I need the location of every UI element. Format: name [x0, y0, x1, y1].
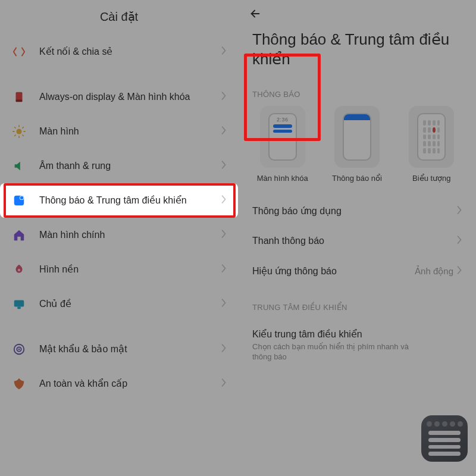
chevron-right-icon	[221, 230, 226, 240]
row-label: Always-on display & Màn hình khóa	[39, 91, 218, 103]
svg-point-19	[18, 349, 20, 350]
home-icon	[12, 228, 26, 242]
row-label: Màn hình chính	[39, 229, 218, 241]
notification-style-cards: 2:36 Màn hình khóa Thông báo nổi Biểu tư…	[238, 106, 476, 183]
row-label: Thông báo & Trung tâm điều khiển	[39, 195, 218, 206]
settings-row-home[interactable]: Màn hình chính	[0, 218, 238, 252]
display-icon	[12, 124, 26, 139]
card-preview	[334, 106, 380, 168]
settings-row-display[interactable]: Màn hình	[0, 114, 238, 149]
row-label: Màn hình	[39, 126, 218, 137]
card-caption: Biểu tượng	[412, 174, 450, 183]
chevron-right-icon	[221, 46, 226, 57]
row-label: Thông báo ứng dụng	[252, 205, 457, 217]
page-title: Cài đặt	[0, 0, 238, 35]
notification-card-lock[interactable]: 2:36 Màn hình khóa	[249, 106, 316, 183]
settings-row-sec[interactable]: Mật khẩu & bảo mật	[0, 332, 238, 367]
back-button[interactable]	[249, 7, 262, 24]
svg-line-10	[23, 127, 23, 128]
chevron-right-icon	[457, 266, 462, 277]
connect-icon	[12, 45, 26, 59]
row-subtitle: Chọn cách bạn muốn hiển thị phím nhanh v…	[252, 342, 411, 362]
chevron-right-icon	[221, 299, 226, 309]
chevron-right-icon	[221, 264, 226, 275]
notif-row-bar[interactable]: Thanh thông báo	[238, 226, 476, 256]
svg-rect-1	[16, 100, 23, 102]
chevron-right-icon	[221, 378, 226, 389]
notification-card-float[interactable]: Thông báo nổi	[323, 106, 390, 183]
control-center-style-row[interactable]: Kiểu trung tâm điều khiển Chọn cách bạn …	[238, 319, 476, 372]
svg-rect-0	[16, 92, 23, 101]
safe-icon	[12, 377, 26, 391]
row-label: Mật khẩu & bảo mật	[39, 343, 218, 355]
notif-icon	[12, 193, 26, 208]
settings-row-connect[interactable]: Kết nối & chia sẻ	[0, 35, 238, 69]
notification-pane: Thông báo & Trung tâm điều khiển THÔNG B…	[238, 0, 476, 476]
section-header-notifications: THÔNG BÁO	[238, 68, 476, 106]
card-caption: Thông báo nổi	[332, 174, 382, 183]
notif-row-effect[interactable]: Hiệu ứng thông báo Ảnh động	[238, 256, 476, 286]
settings-row-wall[interactable]: Hình nền	[0, 252, 238, 287]
row-label: Chủ đề	[39, 298, 218, 310]
row-value: Ảnh động	[415, 266, 453, 277]
sound-icon	[12, 159, 26, 173]
svg-line-8	[23, 135, 23, 136]
wall-icon	[12, 262, 26, 277]
settings-row-notif[interactable]: Thông báo & Trung tâm điều khiển	[0, 183, 238, 218]
row-label: Thanh thông báo	[252, 236, 457, 246]
row-label: Kiểu trung tâm điều khiển	[252, 328, 411, 340]
row-label: Âm thanh & rung	[39, 160, 218, 172]
settings-row-theme[interactable]: Chủ đề	[0, 287, 238, 321]
chevron-right-icon	[221, 344, 226, 355]
card-caption: Màn hình khóa	[257, 174, 308, 183]
page-title: Thông báo & Trung tâm điều khiển	[238, 0, 476, 68]
row-label: An toàn và khẩn cấp	[39, 378, 218, 390]
row-label: Kết nối & chia sẻ	[39, 46, 218, 58]
chevron-right-icon	[221, 195, 226, 206]
notif-row-appnotif[interactable]: Thông báo ứng dụng	[238, 196, 476, 226]
card-preview	[409, 106, 454, 168]
chevron-right-icon	[457, 206, 462, 217]
chevron-right-icon	[221, 92, 226, 102]
svg-point-14	[18, 269, 20, 271]
section-header-controlcenter: TRUNG TÂM ĐIỀU KHIỂN	[238, 286, 476, 319]
settings-pane: Cài đặt Kết nối & chia sẻ Always-on disp…	[0, 0, 238, 476]
svg-line-9	[15, 135, 15, 136]
control-center-preview-icon	[421, 415, 468, 462]
settings-row-safe[interactable]: An toàn và khẩn cấp	[0, 367, 238, 401]
notification-card-badge[interactable]: Biểu tượng	[398, 106, 465, 183]
card-preview: 2:36	[260, 106, 305, 168]
row-label: Hiệu ứng thông báo	[252, 265, 415, 277]
row-label: Hình nền	[39, 264, 218, 275]
svg-point-2	[16, 129, 21, 134]
svg-rect-16	[17, 307, 21, 309]
svg-point-13	[20, 196, 24, 200]
theme-icon	[12, 297, 26, 311]
chevron-right-icon	[221, 126, 226, 137]
sec-icon	[12, 342, 26, 356]
settings-row-aod[interactable]: Always-on display & Màn hình khóa	[0, 80, 238, 114]
aod-icon	[12, 90, 26, 104]
chevron-right-icon	[457, 236, 462, 246]
chevron-right-icon	[221, 161, 226, 171]
svg-rect-15	[14, 300, 24, 307]
svg-line-7	[15, 127, 15, 128]
settings-row-sound[interactable]: Âm thanh & rung	[0, 149, 238, 183]
